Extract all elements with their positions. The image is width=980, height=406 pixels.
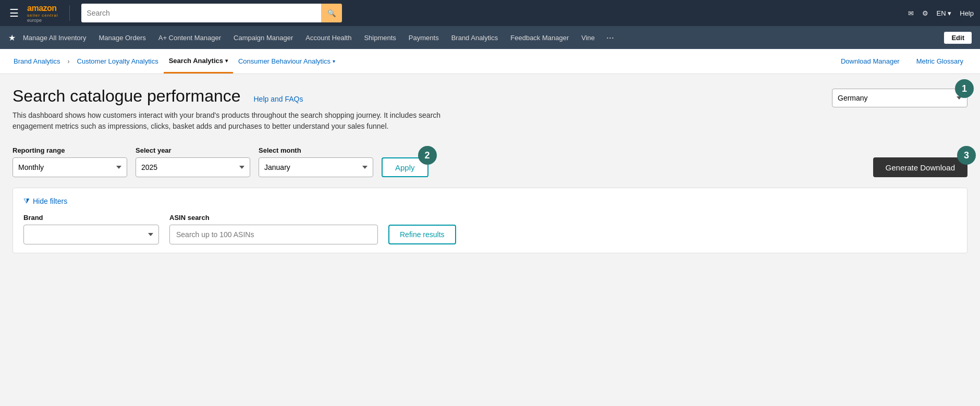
year-select[interactable]: 2022 2023 2024 2025 (136, 157, 250, 177)
secondary-nav-right: Download Manager Metric Glossary (832, 57, 972, 65)
search-input[interactable] (81, 4, 321, 22)
nav-consumer-behaviour[interactable]: Consumer Behaviour Analytics ▾ (233, 49, 340, 73)
brand-filter-group: Brand (23, 214, 159, 244)
main-nav: ★ Manage All Inventory Manage Orders A+ … (0, 26, 980, 49)
generate-download-button[interactable]: Generate Download (873, 157, 967, 177)
asin-filter-group: ASIN search (169, 214, 378, 244)
page-title: Search catalogue performance Help and FA… (13, 87, 967, 106)
mail-icon[interactable]: ✉ (908, 9, 914, 17)
year-group: Select year 2022 2023 2024 2025 (136, 146, 250, 177)
nav-download-manager[interactable]: Download Manager (832, 57, 908, 65)
generate-wrapper: 3 Generate Download (873, 157, 967, 177)
search-icon: 🔍 (327, 9, 336, 17)
nav-item-brand-analytics[interactable]: Brand Analytics (446, 32, 504, 44)
nav-item-aplus[interactable]: A+ Content Manager (153, 32, 226, 44)
top-bar-right: ✉ ⚙ EN ▾ Help (908, 9, 974, 17)
filter-icon: ⧩ (23, 196, 30, 205)
marketplace-select[interactable]: Germany France Italy Spain United Kingdo… (832, 89, 967, 107)
reporting-range-group: Reporting range Weekly Monthly Quarterly (13, 146, 127, 177)
step-3-badge: 3 (957, 146, 976, 165)
brand-label: Brand (23, 214, 159, 222)
page-description: This dashboard shows how customers inter… (13, 110, 482, 132)
help-faqs-link[interactable]: Help and FAQs (253, 95, 303, 103)
step-1-badge: 1 (955, 79, 974, 98)
hamburger-menu-icon[interactable]: ☰ (6, 4, 22, 22)
reporting-range-label: Reporting range (13, 146, 127, 154)
month-select[interactable]: January February March April May June Ju… (259, 157, 373, 177)
help-link[interactable]: Help (960, 9, 974, 17)
reporting-range-select[interactable]: Weekly Monthly Quarterly (13, 157, 127, 177)
nav-item-shipments[interactable]: Shipments (359, 32, 401, 44)
settings-icon[interactable]: ⚙ (922, 9, 928, 17)
nav-metric-glossary[interactable]: Metric Glossary (908, 57, 972, 65)
filters-row: Brand ASIN search Refine results (23, 214, 957, 244)
search-button[interactable]: 🔍 (321, 4, 342, 22)
search-bar: 🔍 (81, 4, 342, 22)
nav-item-campaign[interactable]: Campaign Manager (228, 32, 298, 44)
brand-select[interactable] (23, 225, 159, 244)
nav-item-vine[interactable]: Vine (576, 32, 600, 44)
breadcrumb-brand-analytics[interactable]: Brand Analytics (8, 49, 66, 73)
nav-item-manage-orders[interactable]: Manage Orders (93, 32, 151, 44)
edit-nav-button[interactable]: Edit (944, 32, 972, 44)
asin-label: ASIN search (169, 214, 378, 222)
logo: amazon seller central europe (27, 4, 58, 23)
reporting-section: Reporting range Weekly Monthly Quarterly… (13, 146, 967, 177)
logo-europe: europe (27, 18, 58, 23)
logo-seller-central: seller central (27, 13, 58, 18)
apply-wrapper: 2 Apply (382, 157, 428, 177)
favorites-icon[interactable]: ★ (8, 33, 16, 43)
logo-amazon: amazon (27, 4, 58, 13)
top-bar: ☰ amazon seller central europe 🔍 ✉ ⚙ EN … (0, 0, 980, 26)
month-group: Select month January February March Apri… (259, 146, 373, 177)
reporting-row: Reporting range Weekly Monthly Quarterly… (13, 146, 967, 177)
more-nav-icon[interactable]: ··· (602, 32, 618, 43)
page-header: Search catalogue performance Help and FA… (13, 87, 967, 132)
logo-divider (69, 5, 70, 21)
breadcrumb-arrow: › (68, 58, 70, 65)
refine-results-button[interactable]: Refine results (388, 225, 456, 244)
nav-item-manage-inventory[interactable]: Manage All Inventory (18, 32, 91, 44)
step-2-badge: 2 (418, 146, 437, 165)
hide-filters-button[interactable]: ⧩ Hide filters (23, 196, 67, 205)
nav-item-feedback[interactable]: Feedback Manager (505, 32, 574, 44)
main-content: 1 Germany France Italy Spain United King… (0, 74, 980, 406)
consumer-behaviour-chevron: ▾ (333, 58, 335, 64)
nav-item-account-health[interactable]: Account Health (300, 32, 357, 44)
search-analytics-chevron: ▾ (225, 58, 228, 64)
nav-customer-loyalty[interactable]: Customer Loyalty Analytics (72, 49, 164, 73)
month-label: Select month (259, 146, 373, 154)
asin-search-input[interactable] (169, 225, 378, 244)
secondary-nav: Brand Analytics › Customer Loyalty Analy… (0, 49, 980, 74)
nav-item-payments[interactable]: Payments (403, 32, 444, 44)
marketplace-selector-wrapper: 1 Germany France Italy Spain United King… (832, 89, 967, 107)
nav-search-analytics[interactable]: Search Analytics ▾ (164, 49, 233, 73)
year-label: Select year (136, 146, 250, 154)
filters-section: ⧩ Hide filters Brand ASIN search Refine … (13, 188, 967, 253)
language-selector[interactable]: EN ▾ (937, 9, 952, 17)
